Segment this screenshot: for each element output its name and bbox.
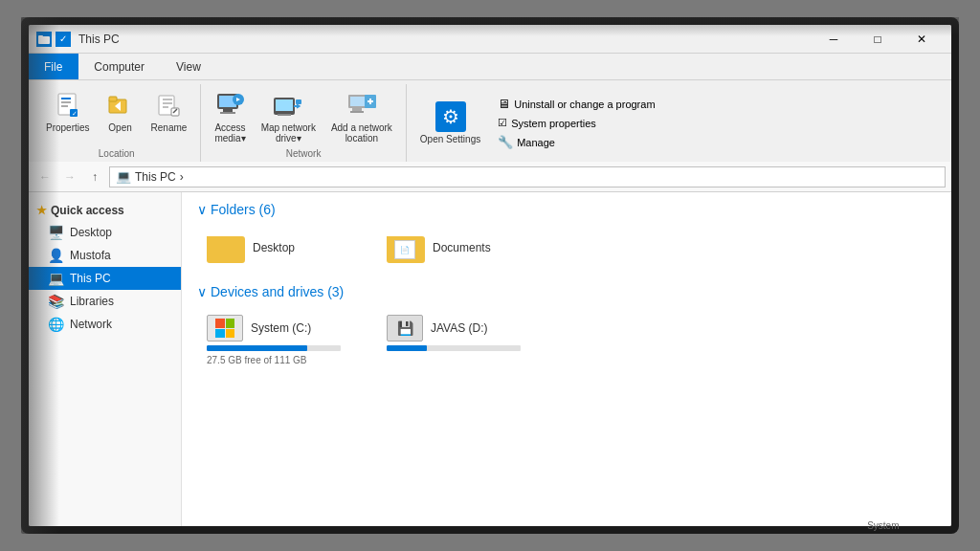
rename-label: Rename [151,122,188,133]
sidebar: ★ Quick access 🖥️ Desktop 👤 Mustofa 💻 Th… [29,192,182,526]
svg-rect-23 [279,111,289,114]
javas-d-progress-fill [387,345,427,351]
properties-icon: ✓ [53,90,83,121]
uninstall-label: Uninstall or change a program [514,99,655,110]
drive-javas-d[interactable]: 💾 JAVAS (D:) [377,309,549,371]
desktop-folder-label: Desktop [253,241,295,254]
add-network-location-label: Add a networklocation [331,122,392,143]
manage-label: Manage [517,137,555,148]
map-network-drive-button[interactable]: Map networkdrive▾ [256,88,322,145]
svg-rect-29 [350,111,364,113]
desktop-folder-icon [207,232,245,263]
location-buttons: ✓ Properties Open [40,84,192,145]
ribbon-group-location: ✓ Properties Open [33,84,201,162]
drives-label: Devices and drives (3) [211,284,344,299]
drives-grid: System (C:) 27.5 GB free of 111 GB 💾 [197,309,936,371]
folder-documents[interactable]: 📄 Documents [377,227,549,269]
ribbon-group-network: Accessmedia▾ [201,84,406,162]
path-chevron: › [180,170,184,184]
close-button[interactable]: ✕ [900,29,944,50]
sidebar-item-network[interactable]: 🌐 Network [29,313,181,336]
properties-button[interactable]: ✓ Properties [40,88,96,135]
ribbon-tabs: File Computer View [29,54,951,80]
sidebar-item-this-pc[interactable]: 💻 This PC [29,267,181,290]
drives-chevron: ∨ [197,284,207,299]
system-small-buttons: 🖥 Uninstall or change a program ☑ System… [494,95,658,151]
window-title: This PC [78,33,812,46]
folder-desktop[interactable]: Desktop [197,227,369,269]
network-icon: 🌐 [48,317,64,332]
network-label: Network [70,318,112,331]
open-button[interactable]: Open [100,88,142,135]
system-properties-label: System properties [511,118,596,129]
folders-heading[interactable]: ∨ Folders (6) [197,202,936,217]
documents-folder-label: Documents [433,241,491,254]
svg-rect-22 [276,99,293,111]
sidebar-item-desktop[interactable]: 🖥️ Desktop [29,221,181,244]
access-media-button[interactable]: Accessmedia▾ [209,88,251,145]
network-group-label: Network [209,145,397,162]
tab-computer[interactable]: Computer [78,54,161,79]
system-c-hdd-icon [207,315,243,342]
system-properties-button[interactable]: ☑ System properties [494,115,658,131]
quick-access-label: Quick access [51,204,124,217]
forward-button[interactable]: → [59,166,80,187]
this-pc-icon: 💻 [48,271,64,286]
javas-d-info: 💾 JAVAS (D:) [387,315,540,342]
window-controls: ─ □ ✕ [812,29,944,50]
desktop-label: Desktop [70,226,112,239]
svg-rect-27 [350,97,366,106]
javas-d-progress [387,345,521,351]
minimize-button[interactable]: ─ [812,29,856,50]
desktop-icon: 🖥️ [48,225,64,240]
location-group-label: Location [40,145,192,162]
folders-chevron: ∨ [197,202,207,217]
svg-rect-5 [61,105,68,107]
this-pc-label: This PC [70,272,111,285]
mustofa-icon: 👤 [48,248,64,263]
title-bar-icons: ✓ [36,32,71,47]
pc-icon: 💻 [116,169,131,184]
quick-access-star: ★ [36,204,47,217]
back-button[interactable]: ← [34,166,56,187]
up-button[interactable]: ↑ [84,166,105,187]
drives-heading[interactable]: ∨ Devices and drives (3) [197,284,936,299]
system-c-progress-fill [207,345,307,351]
tab-view[interactable]: View [161,54,217,79]
pin-icon: ✓ [56,32,71,47]
system-c-label: System (C:) [251,321,311,335]
tab-file[interactable]: File [29,54,78,79]
svg-text:✓: ✓ [72,110,78,117]
content-area: ∨ Folders (6) Desktop 📄 [182,192,951,526]
title-bar: ✓ This PC ─ □ ✕ [29,25,951,54]
maximize-button[interactable]: □ [856,29,900,50]
uninstall-icon: 🖥 [498,97,510,111]
docs-overlay: 📄 [394,240,415,259]
main-content: ★ Quick access 🖥️ Desktop 👤 Mustofa 💻 Th… [29,192,951,526]
add-network-location-icon [346,90,377,121]
address-bar: ← → ↑ 💻 This PC › [29,162,951,192]
sidebar-item-mustofa[interactable]: 👤 Mustofa [29,244,181,267]
manage-button[interactable]: 🔧 Manage [494,133,658,151]
svg-rect-28 [352,108,362,111]
libraries-icon: 📚 [48,294,64,309]
libraries-label: Libraries [70,295,114,308]
svg-rect-3 [61,98,71,99]
sidebar-item-libraries[interactable]: 📚 Libraries [29,290,181,313]
open-settings-button[interactable]: ⚙ Open Settings [414,99,486,146]
svg-rect-24 [278,114,291,116]
javas-d-hdd-icon: 💾 [387,315,423,342]
folder-icon [36,32,52,47]
svg-rect-1 [38,35,43,38]
open-settings-icon: ⚙ [435,101,466,132]
map-network-drive-icon [273,90,303,121]
documents-folder-icon: 📄 [387,232,425,263]
system-c-size: 27.5 GB free of 111 GB [207,355,360,365]
uninstall-button[interactable]: 🖥 Uninstall or change a program [494,95,658,113]
rename-button[interactable]: Rename [145,88,193,135]
add-network-location-button[interactable]: Add a networklocation [325,88,398,145]
drive-system-c[interactable]: System (C:) 27.5 GB free of 111 GB [197,309,369,371]
address-path[interactable]: 💻 This PC › [109,166,946,187]
manage-icon: 🔧 [498,135,513,149]
quick-access-heading[interactable]: ★ Quick access [29,200,181,221]
